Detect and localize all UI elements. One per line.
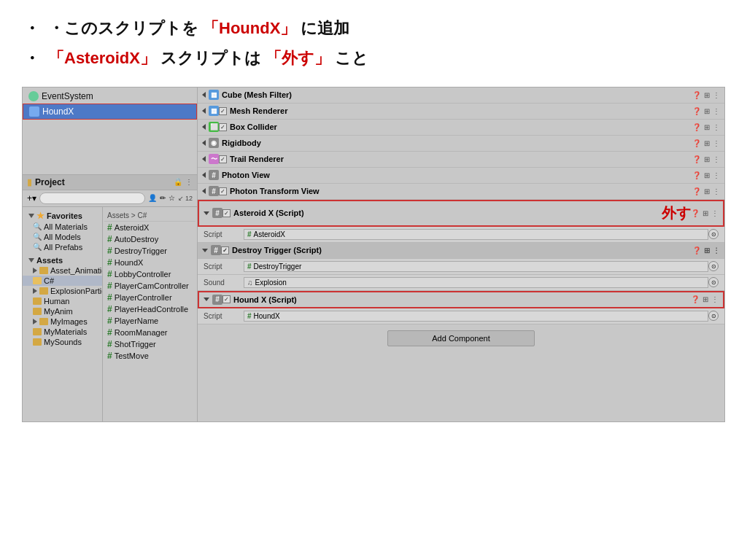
hierarchy-item-eventsystem[interactable]: EventSystem [23, 89, 197, 104]
human-item[interactable]: Human [23, 296, 102, 306]
script-playercamcontroller[interactable]: #PlayerCamController [104, 280, 196, 292]
field-dot-1[interactable]: ⊙ [708, 229, 719, 239]
field-dot-2[interactable]: ⊙ [708, 261, 719, 271]
mesh-renderer-checkbox[interactable] [219, 107, 227, 115]
component-icons-8: ❓ ⊞ ⋮ [691, 209, 719, 217]
explosion-particle-item[interactable]: ExplosionParticle [23, 286, 102, 296]
component-photon-transform-view: # Photon Transform View ❓ ⊞ ⋮ [198, 184, 724, 200]
myimages-item[interactable]: MyImages [23, 316, 102, 327]
assets-triangle [28, 258, 34, 262]
asteroid-checkbox[interactable] [222, 209, 231, 217]
left-panel: EventSystem HoundX ▮ Project 🔒 ⋮ +▾ [23, 88, 198, 421]
project-header-icons: 🔒 ⋮ [174, 178, 193, 186]
component-asteroid-script: # Asteroid X (Script) 外す ❓ ⊞ ⋮ [198, 200, 724, 227]
component-icons-10: ❓ ⊞ ⋮ [691, 295, 719, 303]
csharp-item[interactable]: C# [23, 276, 102, 286]
component-destroy-trigger: # Destroy Trigger (Script) ❓ ⊞ ⋮ [198, 243, 724, 259]
trail-renderer-icon: 〜 [209, 154, 219, 164]
script-autodestroy[interactable]: #AutoDestroy [104, 233, 196, 245]
asteroid-script-value: # AsteroidX [244, 229, 708, 240]
trail-renderer-checkbox[interactable] [219, 155, 227, 163]
expand-icon-6[interactable] [202, 172, 206, 178]
mymaterials-item[interactable]: MyMaterials [23, 327, 102, 337]
photon-transform-icon: # [209, 186, 219, 196]
project-title: Project [35, 177, 65, 187]
script-houndx[interactable]: #HoundX [104, 257, 196, 268]
script-playerheadcontroller[interactable]: #PlayerHeadControlle [104, 303, 196, 315]
destroy-script-value: # DestroyTrigger [244, 261, 708, 272]
script-lobbycontroller[interactable]: #LobbyController [104, 268, 196, 280]
script-shottrigger[interactable]: #ShotTrigger [104, 338, 196, 350]
component-rigidbody: ◉ Rigidbody ❓ ⊞ ⋮ [198, 136, 724, 152]
hierarchy-panel: EventSystem HoundX [23, 88, 197, 175]
mysounds-item[interactable]: MySounds [23, 337, 102, 347]
box-collider-checkbox[interactable] [219, 123, 227, 131]
project-toolbar: +▾ 👤 ✏ ☆ ↙ 12 [23, 190, 197, 207]
expand-icon-5[interactable] [202, 156, 206, 162]
inspector-panel: ▦ Cube (Mesh Filter) ❓ ⊞ ⋮ ▦ Mesh Render… [198, 88, 724, 421]
houndx-checkbox[interactable] [222, 295, 231, 303]
folder-icon-human [33, 298, 42, 305]
instruction-line-2: ・ 「AsteroidX」 スクリプトは 「外す」 こと [22, 44, 725, 71]
houndx-script-value: # HoundX [244, 311, 708, 322]
myanim-item[interactable]: MyAnim [23, 306, 102, 316]
instruction-line-1: ・ ・このスクリプトを 「HoundX」 に追加 [22, 15, 725, 42]
add-component-area: Add Component [198, 324, 724, 352]
expand-icon-4[interactable] [202, 140, 206, 146]
expand-icon-3[interactable] [202, 124, 206, 130]
script-playername[interactable]: #PlayerName [104, 315, 196, 327]
folder-icon-mysounds [33, 338, 42, 346]
component-icons-2: ❓ ⊞ ⋮ [692, 107, 720, 115]
script-testmove[interactable]: #TestMove [104, 350, 196, 362]
hash-icon: # [247, 230, 252, 238]
unity-editor: EventSystem HoundX ▮ Project 🔒 ⋮ +▾ [22, 87, 725, 422]
asset-animation-item[interactable]: Asset_Animation [23, 265, 102, 276]
component-icons-3: ❓ ⊞ ⋮ [692, 123, 720, 131]
all-models-item[interactable]: 🔍 All Models [23, 232, 102, 242]
photon-view-icon: # [209, 170, 219, 180]
mesh-renderer-icon: ▦ [209, 106, 219, 116]
search-icon-2: 🔍 [33, 233, 42, 241]
photon-transform-checkbox[interactable] [219, 187, 227, 195]
project-search-input[interactable] [39, 192, 145, 204]
asteroid-script-field: Script # AsteroidX ⊙ [198, 227, 724, 243]
component-icons-6: ❓ ⊞ ⋮ [692, 171, 720, 179]
add-icon[interactable]: +▾ [27, 193, 36, 203]
assets-list: Assets > C# #AsteroidX #AutoDestroy #Des… [103, 207, 197, 421]
expand-icon-7[interactable] [202, 188, 206, 194]
folder-icon-myanim [33, 308, 42, 315]
component-houndx-script: # Hound X (Script) ❓ ⊞ ⋮ [198, 291, 724, 308]
script-destroytrigger[interactable]: #DestroyTrigger [104, 245, 196, 257]
destroy-trigger-checkbox[interactable] [221, 246, 229, 254]
folder-icon-animation [39, 267, 48, 274]
expand-icon-9[interactable] [202, 249, 208, 252]
destroy-script-field: Script # DestroyTrigger ⊙ [198, 259, 724, 275]
hierarchy-item-houndx[interactable]: HoundX [23, 104, 197, 120]
add-component-button[interactable]: Add Component [387, 330, 535, 346]
expand-icon-10[interactable] [204, 298, 209, 301]
script-playercontroller[interactable]: #PlayerController [104, 292, 196, 303]
script-roommanager[interactable]: #RoomManager [104, 327, 196, 338]
eventsystem-icon [28, 91, 39, 101]
project-tree: ★ Favorites 🔍 All Materials 🔍 All Models… [23, 207, 103, 421]
hash-icon-3: # [247, 312, 252, 320]
component-cube-mesh-filter: ▦ Cube (Mesh Filter) ❓ ⊞ ⋮ [198, 88, 724, 104]
menu-icon[interactable]: ⋮ [185, 178, 193, 186]
field-dot-3[interactable]: ⊙ [708, 277, 719, 287]
field-dot-4[interactable]: ⊙ [708, 311, 719, 321]
expand-icon-2[interactable] [202, 108, 206, 114]
toolbar-person-icon: 👤 [148, 194, 157, 202]
component-icons-9: ❓ ⊞ ⋮ [692, 246, 720, 254]
expand-icon[interactable] [202, 92, 206, 98]
music-icon: ♫ [247, 279, 253, 287]
toolbar-star-icon: ☆ [169, 194, 175, 202]
destroy-sound-value: ♫ Explosion [244, 277, 708, 288]
eventsystem-label: EventSystem [42, 91, 93, 101]
asteroid-script-icon: # [212, 208, 222, 218]
mesh-filter-icon: ▦ [209, 90, 219, 100]
toolbar-pencil-icon: ✏ [160, 194, 166, 202]
expand-icon-8[interactable] [204, 211, 209, 215]
all-materials-item[interactable]: 🔍 All Materials [23, 222, 102, 232]
all-prefabs-item[interactable]: 🔍 All Prefabs [23, 242, 102, 252]
script-asteroidx[interactable]: #AsteroidX [104, 222, 196, 233]
